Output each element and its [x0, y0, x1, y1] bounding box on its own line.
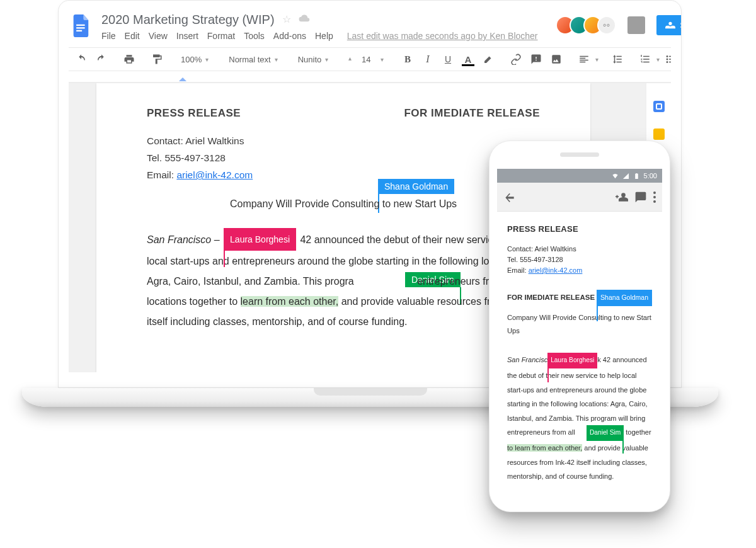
contact-line: Contact: Ariel Waltkins [147, 132, 540, 149]
line-spacing-icon[interactable] [609, 50, 626, 68]
phone-speaker [560, 152, 599, 157]
svg-rect-2 [76, 30, 82, 31]
cloud-status-icon[interactable] [299, 11, 310, 28]
document-title[interactable]: 2020 Marketing Strategy (WIP) [101, 11, 275, 28]
share-button[interactable]: SHARE [656, 15, 682, 35]
menu-addons[interactable]: Add-ons [273, 31, 306, 41]
phone-heading: PRESS RELEASE [507, 222, 652, 237]
email-prefix: Email: [147, 169, 176, 180]
document-subtitle: Company Will Provide Consulting to new S… [147, 198, 540, 210]
zoom-select[interactable]: 100%▾ [176, 50, 214, 68]
menu-view[interactable]: View [149, 31, 168, 41]
bold-icon[interactable]: B [399, 50, 416, 68]
phone-frame: 5:00 PRESS RELEASE Contact: Ariel Waltki… [489, 140, 670, 512]
comments-icon[interactable] [627, 16, 645, 34]
print-icon[interactable] [120, 50, 138, 68]
phone-body-paragraph: San FranciscLaura Borghesik 42 announced… [507, 353, 652, 484]
docs-logo-icon [70, 11, 93, 41]
phone-subtitle: Company Will Provide Consulting to new S… [507, 311, 652, 338]
format-toolbar: 100%▾ Normal text▾ Nunito▾ ▾ 14 ▾ B I U … [69, 47, 671, 71]
heading-press-release: PRESS RELEASE [147, 107, 241, 120]
wifi-icon [612, 173, 619, 180]
phone-app-bar [497, 183, 662, 212]
insert-link-icon[interactable] [507, 50, 525, 68]
menu-tools[interactable]: Tools [244, 31, 265, 41]
phone-cursor-laura: Laura Borghesi [547, 353, 597, 368]
highlighted-text: learn from each other, [241, 296, 339, 307]
style-select[interactable]: Normal text▾ [224, 50, 282, 68]
menu-bar: File Edit View Insert Format Tools Add-o… [101, 31, 538, 41]
horizontal-ruler[interactable] [69, 71, 671, 83]
align-icon[interactable] [575, 50, 593, 68]
phone-contact-block: Contact: Ariel Waltkins Tel. 555-497-312… [507, 244, 652, 276]
phone-document[interactable]: PRESS RELEASE Contact: Ariel Waltkins Te… [497, 212, 662, 494]
indent-marker-icon[interactable] [179, 74, 186, 81]
tel-line: Tel. 555-497-3128 [147, 149, 540, 166]
undo-icon[interactable] [72, 50, 90, 68]
phone-email-link[interactable]: ariel@ink-42.com [529, 266, 583, 274]
highlight-icon[interactable] [479, 50, 497, 68]
insert-comment-icon[interactable] [527, 50, 545, 68]
star-icon[interactable]: ☆ [282, 11, 291, 28]
menu-format[interactable]: Format [207, 31, 235, 41]
svg-rect-0 [76, 25, 85, 26]
phone-release-heading: FOR IMEDIATE RELEASE [507, 291, 595, 305]
cursor-label-shana: Shana Goldman [378, 179, 454, 194]
cursor-label-laura: Laura Borghesi [224, 228, 296, 251]
docs-header: 2020 Marketing Strategy (WIP) ☆ File Edi… [69, 9, 671, 41]
numbered-list-icon[interactable] [636, 50, 654, 68]
calendar-addon-icon[interactable] [653, 101, 665, 112]
cursor-laura: Laura Borghesi [224, 228, 296, 251]
phone-status-bar: 5:00 [497, 169, 662, 183]
collaborator-avatars[interactable]: ◦◦ [556, 16, 616, 35]
signal-icon [622, 173, 629, 180]
cursor-shana: Shana Goldman [378, 179, 454, 194]
email-link[interactable]: ariel@ink-42.com [176, 169, 253, 180]
heading-immediate-release: FOR IMEDIATE RELEASE [404, 107, 540, 120]
add-collaborator-icon[interactable] [616, 191, 628, 203]
menu-help[interactable]: Help [315, 31, 333, 41]
phone-comments-icon[interactable] [634, 191, 647, 203]
insert-image-icon[interactable] [547, 50, 565, 68]
phone-cursor-daniel: Daniel Sim [587, 425, 624, 441]
svg-rect-1 [76, 27, 85, 28]
avatar-anonymous[interactable]: ◦◦ [597, 16, 616, 35]
status-time: 5:00 [644, 172, 657, 180]
back-icon[interactable] [503, 191, 516, 203]
menu-insert[interactable]: Insert [176, 31, 198, 41]
redo-icon[interactable] [93, 50, 110, 68]
font-select[interactable]: Nunito▾ [293, 50, 334, 68]
more-menu-icon[interactable] [653, 191, 656, 203]
last-edit-note[interactable]: Last edit was made seconds ago by Ken Bl… [347, 31, 538, 41]
font-size-select[interactable]: ▾ 14 ▾ [343, 50, 389, 68]
menu-file[interactable]: File [101, 31, 116, 41]
battery-icon [633, 173, 640, 180]
underline-icon[interactable]: U [439, 50, 457, 68]
paint-format-icon[interactable] [148, 50, 166, 68]
menu-edit[interactable]: Edit [125, 31, 140, 41]
contact-block: Contact: Ariel Waltkins Tel. 555-497-312… [147, 132, 540, 183]
keep-addon-icon[interactable] [653, 128, 665, 140]
body-paragraph: San Francisco – Laura Borghesi 42 announ… [147, 229, 540, 332]
phone-cursor-shana: Shana Goldman [597, 290, 652, 306]
bulleted-list-icon[interactable] [662, 50, 671, 68]
italic-icon[interactable]: I [419, 50, 437, 68]
phone-highlighted-text: to learn from each other, [507, 444, 582, 452]
text-color-icon[interactable]: A [459, 50, 477, 68]
